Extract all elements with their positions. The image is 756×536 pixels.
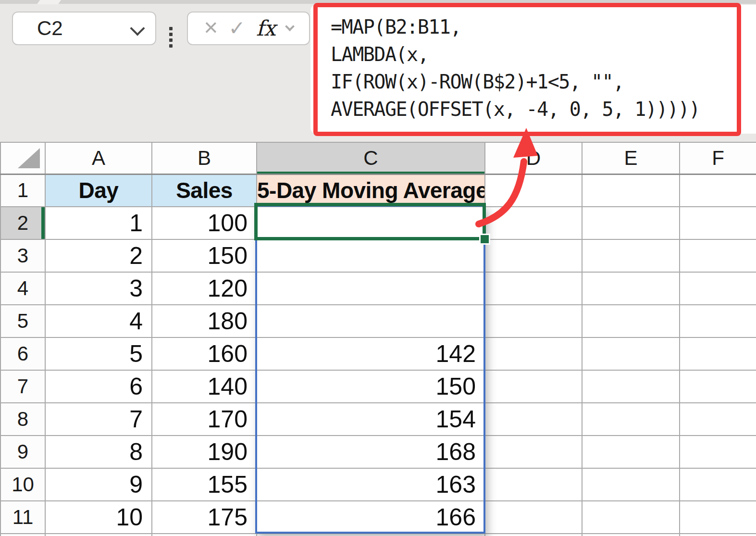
cell-D2[interactable] [485,207,582,239]
cell-B8[interactable]: 170 [152,403,257,436]
cell-A8[interactable]: 7 [45,403,152,436]
cell-B3[interactable]: 150 [152,239,257,272]
cancel-icon[interactable]: × [204,15,218,39]
cell-C2[interactable] [257,207,485,239]
cell-B10[interactable]: 155 [152,468,257,501]
cell-B12[interactable] [152,534,257,536]
row-header-4[interactable]: 4 [0,272,45,305]
row-header-6[interactable]: 6 [0,337,45,370]
cell-C9[interactable]: 168 [257,436,485,468]
cell-B5[interactable]: 180 [152,305,257,337]
cell-E1[interactable] [582,174,680,207]
cell-D11[interactable] [485,501,582,534]
cell-B4[interactable]: 120 [152,272,257,305]
cell-F10[interactable] [680,468,756,501]
cell-A12[interactable] [45,534,152,536]
row-header-10[interactable]: 10 [0,468,45,501]
cell-A2[interactable]: 1 [45,207,152,239]
cell-B7[interactable]: 140 [152,370,257,403]
cell-F5[interactable] [680,305,756,337]
cell-F11[interactable] [680,501,756,534]
cell-D8[interactable] [485,403,582,436]
cell-E4[interactable] [582,272,680,305]
column-header-E[interactable]: E [582,142,680,174]
column-header-B[interactable]: B [152,142,257,174]
cell-A9[interactable]: 8 [45,436,152,468]
cell-D10[interactable] [485,468,582,501]
row-header-9[interactable]: 9 [0,436,45,468]
cell-E5[interactable] [582,305,680,337]
cell-D6[interactable] [485,337,582,370]
cell-E6[interactable] [582,337,680,370]
cell-F2[interactable] [680,207,756,239]
cell-B6[interactable]: 160 [152,337,257,370]
cell-D3[interactable] [485,239,582,272]
cell-C12[interactable] [257,534,485,536]
cell-E7[interactable] [582,370,680,403]
cell-F7[interactable] [680,370,756,403]
cell-C8[interactable]: 154 [257,403,485,436]
row-header-7[interactable]: 7 [0,370,45,403]
chevron-down-icon[interactable] [285,22,295,31]
row-header-5[interactable]: 5 [0,305,45,337]
cell-B11[interactable]: 175 [152,501,257,534]
cell-E12[interactable] [582,534,680,536]
cell-A6[interactable]: 5 [45,337,152,370]
cell-E2[interactable] [582,207,680,239]
row-header-3[interactable]: 3 [0,239,45,272]
cell-A10[interactable]: 9 [45,468,152,501]
cell-A1[interactable]: Day [45,174,152,207]
cell-C11[interactable]: 166 [257,501,485,534]
cell-E11[interactable] [582,501,680,534]
name-box[interactable]: C2 [12,12,156,45]
cell-C3[interactable] [257,239,485,272]
cell-F4[interactable] [680,272,756,305]
cell-A4[interactable]: 3 [45,272,152,305]
cell-F3[interactable] [680,239,756,272]
cell-C5[interactable] [257,305,485,337]
formula-bar-drag-handle[interactable] [169,27,173,50]
cell-C1[interactable]: 5-Day Moving Average [257,174,485,207]
column-header-C[interactable]: C [257,142,485,174]
select-all-corner[interactable] [0,142,45,174]
cell-A5[interactable]: 4 [45,305,152,337]
cell-C10[interactable]: 163 [257,468,485,501]
cell-F12[interactable] [680,534,756,536]
cell-D12[interactable] [485,534,582,536]
fill-handle[interactable] [481,235,489,243]
column-header-D[interactable]: D [485,142,582,174]
cell-D1[interactable] [485,174,582,207]
cell-D5[interactable] [485,305,582,337]
cell-A11[interactable]: 10 [45,501,152,534]
cell-E8[interactable] [582,403,680,436]
row-header-11[interactable]: 11 [0,501,45,534]
cell-C7[interactable]: 150 [257,370,485,403]
cell-A3[interactable]: 2 [45,239,152,272]
cell-F1[interactable] [680,174,756,207]
insert-function-icon[interactable]: fx [256,18,276,39]
cell-E3[interactable] [582,239,680,272]
row-header-2[interactable]: 2 [0,207,45,239]
cell-B2[interactable]: 100 [152,207,257,239]
row-header-8[interactable]: 8 [0,403,45,436]
column-header-A[interactable]: A [45,142,152,174]
cell-F9[interactable] [680,436,756,468]
cell-C6[interactable]: 142 [257,337,485,370]
cell-D4[interactable] [485,272,582,305]
formula-text[interactable]: =MAP(B2:B11, LAMBDA(x, IF(ROW(x)-ROW(B$2… [331,13,734,123]
cell-E10[interactable] [582,468,680,501]
row-header-1[interactable]: 1 [0,174,45,207]
column-header-F[interactable]: F [680,142,756,174]
cell-B1[interactable]: Sales [152,174,257,207]
cell-D7[interactable] [485,370,582,403]
cell-A7[interactable]: 6 [45,370,152,403]
cell-C4[interactable] [257,272,485,305]
cell-E9[interactable] [582,436,680,468]
cell-D9[interactable] [485,436,582,468]
chevron-down-icon[interactable] [130,21,145,36]
cell-F8[interactable] [680,403,756,436]
row-header-stub[interactable] [0,534,45,536]
cell-B9[interactable]: 190 [152,436,257,468]
cell-F6[interactable] [680,337,756,370]
confirm-icon[interactable]: ✓ [228,18,245,38]
